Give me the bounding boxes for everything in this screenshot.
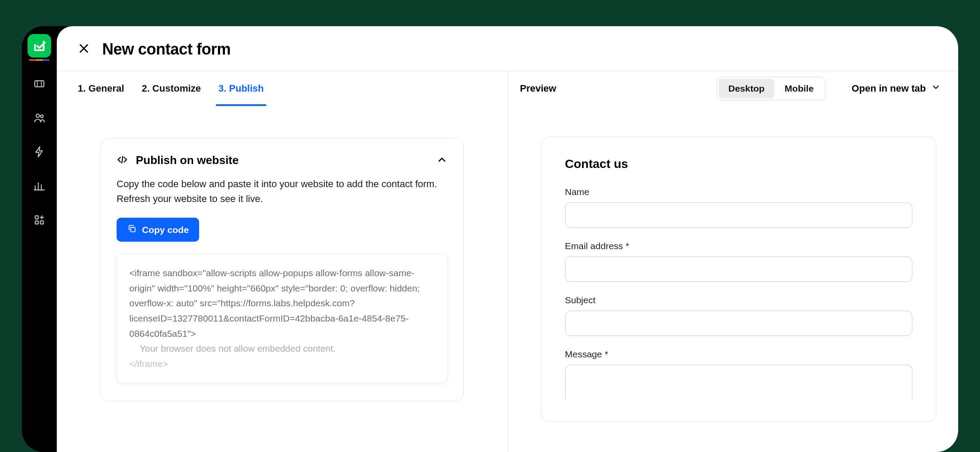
code-line: </iframe>	[129, 356, 435, 372]
tab-general[interactable]: 1. General	[78, 71, 124, 106]
svg-rect-6	[131, 227, 135, 232]
close-button[interactable]	[78, 42, 90, 56]
left-pane: 1. General 2. Customize 3. Publish	[57, 71, 508, 452]
tab-publish[interactable]: 3. Publish	[218, 71, 264, 106]
preview-bar: Preview Desktop Mobile Open in new tab	[508, 71, 959, 106]
toggle-mobile[interactable]: Mobile	[775, 79, 824, 98]
tab-customize[interactable]: 2. Customize	[141, 71, 201, 106]
device-toggle: Desktop Mobile	[717, 77, 825, 100]
publish-card: Publish on website Copy the code below a…	[100, 138, 464, 401]
message-label: Message *	[565, 349, 913, 360]
svg-point-2	[41, 115, 43, 117]
page-title: New contact form	[102, 40, 231, 58]
reports-icon[interactable]	[31, 178, 47, 194]
code-line: Your browser does not allow embedded con…	[129, 341, 435, 356]
svg-point-1	[36, 114, 39, 117]
tickets-icon[interactable]	[31, 76, 47, 92]
form-title: Contact us	[565, 157, 913, 171]
page-header: New contact form	[57, 26, 958, 71]
wizard-tabs: 1. General 2. Customize 3. Publish	[57, 71, 507, 106]
toggle-desktop[interactable]: Desktop	[719, 79, 774, 98]
copy-code-button[interactable]: Copy code	[117, 218, 199, 242]
code-icon	[117, 154, 128, 167]
email-field[interactable]	[565, 257, 913, 282]
publish-card-title: Publish on website	[136, 154, 428, 167]
svg-rect-0	[35, 81, 44, 87]
svg-rect-4	[35, 221, 38, 224]
contact-form-preview: Contact us Name Email address * Subject	[541, 137, 937, 422]
app-logo[interactable]	[28, 34, 51, 58]
open-in-new-tab[interactable]: Open in new tab	[852, 82, 941, 95]
subject-field[interactable]	[565, 311, 913, 336]
open-in-new-tab-label: Open in new tab	[852, 83, 926, 94]
main-panel: New contact form 1. General 2. Customize…	[57, 26, 958, 452]
right-pane: Preview Desktop Mobile Open in new tab	[508, 71, 959, 452]
sidebar	[22, 26, 57, 452]
people-icon[interactable]	[31, 110, 47, 126]
svg-rect-5	[40, 221, 43, 224]
logo-accent	[29, 59, 49, 62]
name-field[interactable]	[565, 202, 913, 228]
svg-rect-3	[35, 216, 38, 219]
code-line: <iframe sandbox="allow-scripts allow-pop…	[129, 266, 435, 341]
collapse-button[interactable]	[436, 154, 448, 167]
copy-icon	[127, 224, 137, 236]
publish-card-description: Copy the code below and paste it into yo…	[117, 177, 448, 206]
apps-icon[interactable]	[31, 212, 47, 228]
copy-code-label: Copy code	[142, 225, 189, 235]
message-field[interactable]	[565, 365, 913, 400]
name-label: Name	[565, 187, 913, 197]
bolt-icon[interactable]	[31, 144, 47, 160]
chevron-down-icon	[931, 82, 941, 95]
email-label: Email address *	[565, 241, 913, 251]
embed-code-box[interactable]: <iframe sandbox="allow-scripts allow-pop…	[117, 254, 448, 383]
subject-label: Subject	[565, 295, 913, 305]
preview-label: Preview	[520, 83, 556, 94]
